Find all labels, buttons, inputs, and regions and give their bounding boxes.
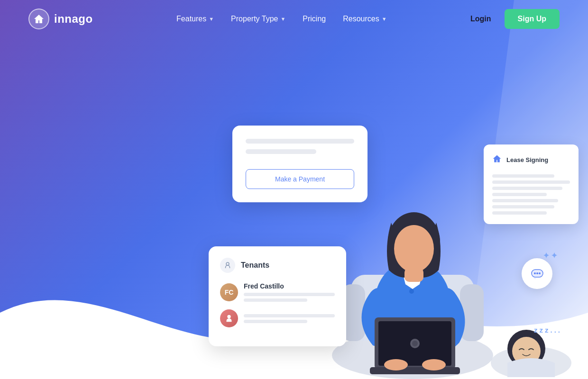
tenants-icon <box>220 258 235 273</box>
lease-line-2 <box>492 180 570 184</box>
property-type-link[interactable]: Property Type ▼ <box>231 15 285 23</box>
chevron-down-icon: ▼ <box>209 16 214 22</box>
payment-card: Make a Payment <box>232 126 368 202</box>
logo-icon <box>28 9 49 29</box>
tenant-lines-2 <box>244 314 335 323</box>
chat-dots-icon <box>531 269 544 279</box>
nav-item-features[interactable]: Features ▼ <box>176 15 214 23</box>
svg-rect-10 <box>404 268 423 282</box>
lease-line-3 <box>492 187 562 190</box>
lease-header: Lease Signing <box>492 154 570 166</box>
chat-bubble-container: ✦ ✦ <box>522 258 552 289</box>
tenant-detail-line-4 <box>244 320 307 323</box>
tenant-row-1: FC Fred Castillo <box>220 282 335 302</box>
tenant-row-2 <box>220 309 335 327</box>
tenant-detail-line-2 <box>244 298 307 302</box>
tenant-avatar-2 <box>220 309 238 327</box>
lease-line-7 <box>492 211 547 215</box>
chevron-down-icon: ▼ <box>280 16 285 22</box>
resources-link[interactable]: Resources ▼ <box>343 15 386 23</box>
navbar: innago Features ▼ Property Type ▼ Pricin… <box>0 0 588 38</box>
card-line-2 <box>246 149 316 154</box>
pricing-link[interactable]: Pricing <box>303 15 326 23</box>
tenant-name-1: Fred Castillo <box>244 282 335 290</box>
svg-point-1 <box>227 315 230 318</box>
lease-line-4 <box>492 193 547 196</box>
make-payment-button[interactable]: Make a Payment <box>246 169 354 189</box>
svg-rect-13 <box>370 367 460 374</box>
lease-signing-card: Lease Signing <box>484 144 579 224</box>
logo-text: innago <box>54 12 93 26</box>
svg-point-9 <box>394 225 434 272</box>
signup-button[interactable]: Sign Up <box>505 9 560 29</box>
sparkle-dots: ✦ ✦ <box>543 251 557 260</box>
lease-line-6 <box>492 205 554 208</box>
tenant-detail-line-1 <box>244 293 335 296</box>
lease-line-5 <box>492 199 558 202</box>
lease-lines-container <box>492 174 570 215</box>
lease-line-1 <box>492 174 554 178</box>
card-spacer <box>246 160 354 169</box>
nav-item-resources[interactable]: Resources ▼ <box>343 15 386 23</box>
nav-item-property-type[interactable]: Property Type ▼ <box>231 15 285 23</box>
chevron-down-icon: ▼ <box>382 16 387 22</box>
svg-point-22 <box>539 272 541 274</box>
svg-point-17 <box>422 359 446 370</box>
svg-point-0 <box>226 262 229 265</box>
chat-circle <box>522 258 552 289</box>
svg-point-20 <box>534 272 536 274</box>
house-lease-icon <box>492 154 502 166</box>
svg-point-7 <box>409 289 414 294</box>
zzz-text: zzz... <box>534 326 562 334</box>
tenants-header: Tenants <box>220 258 335 273</box>
login-button[interactable]: Login <box>470 15 491 23</box>
logo[interactable]: innago <box>28 9 93 29</box>
tenant-info-1: Fred Castillo <box>244 282 335 302</box>
svg-point-21 <box>536 272 538 274</box>
main-content: Make a Payment Tenants FC Fred Castillo <box>0 38 588 379</box>
svg-point-16 <box>384 359 408 370</box>
features-link[interactable]: Features ▼ <box>176 15 214 23</box>
tenants-card: Tenants FC Fred Castillo <box>209 246 346 346</box>
tenant-info-2 <box>244 314 335 323</box>
lease-title: Lease Signing <box>506 156 548 163</box>
tenant-lines-1 <box>244 293 335 302</box>
house-icon <box>33 13 45 25</box>
tenants-title: Tenants <box>241 261 269 270</box>
nav-links: Features ▼ Property Type ▼ Pricing Resou… <box>176 15 387 23</box>
chat-bubble-wrapper: ✦ ✦ <box>522 258 552 289</box>
tenant-avatar-1: FC <box>220 283 238 301</box>
card-line-1 <box>246 139 354 144</box>
svg-point-15 <box>412 341 418 346</box>
nav-item-pricing[interactable]: Pricing <box>303 15 326 23</box>
tenant-detail-line-3 <box>244 314 335 317</box>
nav-actions: Login Sign Up <box>470 9 560 29</box>
